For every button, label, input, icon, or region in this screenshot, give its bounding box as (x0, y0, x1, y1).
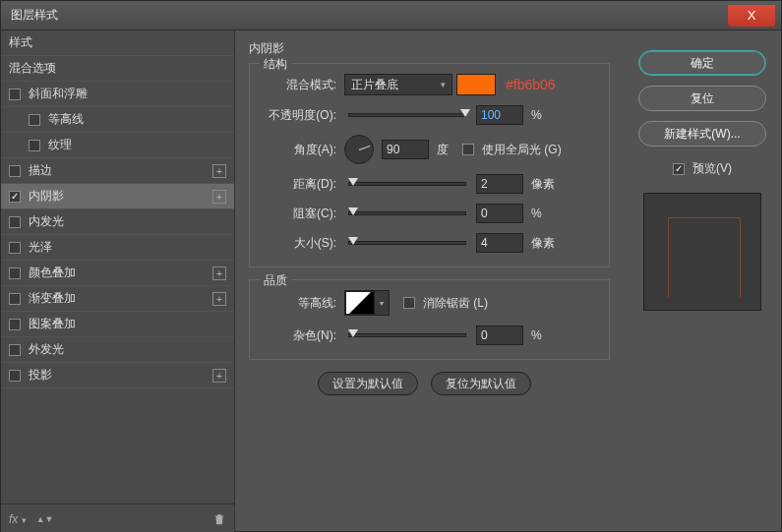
color-swatch[interactable] (456, 74, 496, 95)
sidebar-item-color-overlay[interactable]: 颜色叠加 + (1, 261, 234, 286)
panel-title: 内阴影 (249, 40, 610, 57)
plus-icon[interactable]: + (212, 164, 226, 178)
chevron-down-icon: ▾ (22, 515, 27, 525)
sidebar-item-inner-glow[interactable]: 内发光 (1, 209, 234, 235)
size-slider[interactable] (348, 241, 466, 245)
sidebar-blending-header[interactable]: 混合选项 (1, 56, 234, 82)
checkbox-icon (673, 163, 685, 175)
size-label: 大小(S): (262, 235, 336, 252)
checkbox-icon[interactable] (9, 370, 21, 382)
checkbox-icon[interactable] (9, 267, 21, 279)
antialias-checkbox[interactable] (403, 297, 415, 309)
sidebar-item-drop-shadow[interactable]: 投影 + (1, 363, 234, 388)
opacity-slider[interactable] (348, 113, 466, 117)
noise-slider[interactable] (348, 333, 466, 337)
sidebar-blending-label: 混合选项 (9, 60, 56, 77)
checkbox-icon[interactable] (9, 89, 21, 100)
distance-label: 距离(D): (262, 176, 336, 193)
sidebar-item-label: 渐变叠加 (29, 290, 76, 307)
sidebar-item-stroke[interactable]: 描边 + (1, 158, 234, 184)
checkbox-icon[interactable] (9, 344, 21, 356)
blend-mode-select[interactable]: 正片叠底 ▾ (344, 74, 452, 95)
choke-unit: % (531, 207, 542, 220)
plus-icon[interactable]: + (212, 369, 226, 383)
sidebar-item-label: 光泽 (29, 239, 52, 256)
trash-icon[interactable] (212, 512, 226, 526)
sidebar-item-pattern-overlay[interactable]: 图案叠加 (1, 312, 234, 337)
contour-label: 等高线: (262, 295, 336, 312)
content-area: 样式 混合选项 斜面和浮雕 等高线 纹理 描边 + (1, 30, 781, 532)
plus-icon[interactable]: + (212, 266, 226, 280)
angle-input[interactable]: 90 (382, 140, 429, 159)
distance-unit: 像素 (531, 176, 555, 193)
right-panel: 确定 复位 新建样式(W)... 预览(V) (624, 30, 781, 532)
sidebar-item-label: 等高线 (48, 111, 84, 128)
checkbox-icon[interactable] (9, 216, 21, 228)
contour-picker[interactable]: ▾ (344, 290, 390, 316)
sidebar-item-inner-shadow[interactable]: 内阴影 + (1, 184, 234, 209)
sidebar-item-outer-glow[interactable]: 外发光 (1, 337, 234, 363)
updown-icon[interactable]: ▲▼ (36, 514, 54, 524)
opacity-unit: % (531, 108, 542, 122)
global-light-label: 使用全局光 (G) (482, 142, 562, 158)
ok-button[interactable]: 确定 (638, 50, 766, 76)
noise-unit: % (531, 328, 542, 342)
checkbox-icon[interactable] (9, 242, 21, 254)
quality-legend: 品质 (260, 272, 291, 289)
reset-default-button[interactable]: 复位为默认值 (431, 372, 531, 395)
structure-fieldset: 结构 混合模式: 正片叠底 ▾ #fb6b06 不透明度(O): 100 % (249, 63, 610, 267)
plus-icon[interactable]: + (212, 190, 226, 204)
chevron-down-icon[interactable]: ▾ (375, 291, 389, 315)
preview-box (643, 193, 761, 311)
sidebar-styles-header[interactable]: 样式 (1, 30, 234, 56)
checkbox-icon[interactable] (9, 319, 21, 330)
make-default-button[interactable]: 设置为默认值 (318, 372, 418, 395)
plus-icon[interactable]: + (212, 292, 226, 306)
antialias-label: 消除锯齿 (L) (423, 295, 488, 312)
choke-input[interactable]: 0 (476, 204, 523, 223)
noise-input[interactable]: 0 (476, 325, 523, 345)
sidebar-item-label: 内发光 (29, 213, 64, 230)
sidebar-item-label: 内阴影 (29, 188, 64, 205)
titlebar: 图层样式 X (1, 1, 781, 30)
fx-menu-button[interactable]: fx ▾ (9, 512, 27, 526)
blend-mode-value: 正片叠底 (351, 77, 398, 93)
sidebar-item-label: 外发光 (29, 341, 64, 358)
sidebar: 样式 混合选项 斜面和浮雕 等高线 纹理 描边 + (1, 30, 235, 532)
sidebar-styles-label: 样式 (9, 34, 32, 51)
structure-legend: 结构 (260, 56, 291, 73)
sidebar-item-satin[interactable]: 光泽 (1, 235, 234, 261)
choke-label: 阻塞(C): (262, 206, 336, 222)
noise-label: 杂色(N): (262, 327, 336, 344)
sidebar-item-label: 描边 (29, 162, 52, 179)
checkbox-icon[interactable] (29, 114, 40, 126)
choke-slider[interactable] (348, 211, 466, 215)
checkbox-icon[interactable] (9, 293, 21, 305)
checkbox-icon[interactable] (9, 165, 21, 177)
new-style-button[interactable]: 新建样式(W)... (638, 121, 766, 147)
preview-toggle[interactable]: 预览(V) (673, 160, 732, 177)
blend-mode-label: 混合模式: (262, 77, 336, 93)
distance-slider[interactable] (348, 182, 466, 186)
quality-fieldset: 品质 等高线: ▾ 消除锯齿 (L) 杂色(N): 0 % (249, 279, 610, 360)
sidebar-item-gradient-overlay[interactable]: 渐变叠加 + (1, 286, 234, 312)
angle-unit: 度 (437, 142, 449, 158)
distance-input[interactable]: 2 (476, 174, 523, 194)
main-panel: 内阴影 结构 混合模式: 正片叠底 ▾ #fb6b06 不透明度(O): 100 (235, 30, 624, 532)
sidebar-item-bevel[interactable]: 斜面和浮雕 (1, 82, 234, 107)
size-input[interactable]: 4 (476, 233, 523, 253)
opacity-input[interactable]: 100 (476, 105, 523, 125)
chevron-down-icon: ▾ (441, 80, 446, 89)
checkbox-icon[interactable] (29, 140, 40, 151)
sidebar-item-contour[interactable]: 等高线 (1, 107, 234, 133)
checkbox-icon[interactable] (9, 191, 21, 203)
close-button[interactable]: X (728, 5, 775, 27)
sidebar-item-label: 投影 (29, 367, 52, 384)
cancel-button[interactable]: 复位 (638, 86, 766, 111)
global-light-checkbox[interactable] (462, 144, 474, 155)
sidebar-item-label: 图案叠加 (29, 316, 76, 332)
contour-thumbnail (345, 291, 375, 315)
sidebar-item-texture[interactable]: 纹理 (1, 133, 234, 158)
window-title: 图层样式 (11, 7, 58, 24)
angle-dial[interactable] (344, 135, 374, 164)
